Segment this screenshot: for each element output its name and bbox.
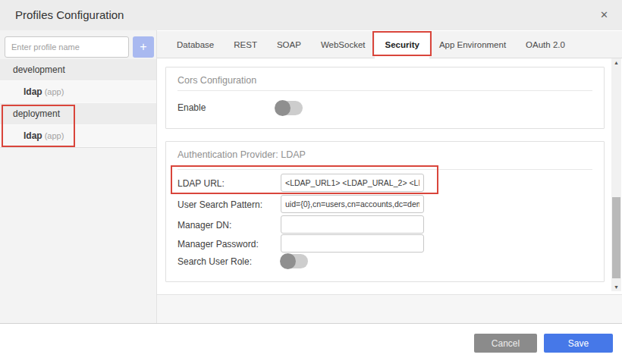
auth-card-title: Authentication Provider: LDAP: [177, 149, 306, 160]
app-type-suffix: (app): [45, 87, 64, 96]
tab-label: App Environment: [439, 40, 506, 49]
scroll-down-icon[interactable]: ▼: [611, 284, 621, 290]
app-type-suffix: (app): [45, 131, 64, 140]
content-bottom-strip: [157, 294, 622, 323]
auth-provider-ldap-card: Authentication Provider: LDAP LDAP URL: …: [165, 141, 605, 282]
toggle-knob: [280, 253, 296, 269]
dialog-footer: Cancel Save: [0, 324, 622, 364]
tab-database[interactable]: Database: [167, 31, 224, 58]
manager-password-label: Manager Password:: [177, 239, 259, 249]
tab-label: REST: [234, 40, 257, 49]
close-icon[interactable]: ✕: [600, 0, 608, 30]
search-user-role-label: Search User Role:: [177, 256, 252, 267]
save-button[interactable]: Save: [544, 334, 613, 353]
profile-label: deployment: [13, 108, 60, 119]
divider: [177, 90, 592, 91]
tab-label: SOAP: [277, 40, 301, 49]
app-label: ldap: [24, 130, 42, 141]
sidebar-item-deployment[interactable]: deployment: [0, 103, 156, 125]
profile-create-row: +: [0, 36, 157, 58]
scroll-up-icon[interactable]: ▲: [611, 60, 621, 65]
profiles-sidebar: + development ldap(app) deployment ldap(…: [0, 30, 157, 323]
dialog-header: Profiles Configuration ✕: [0, 0, 622, 30]
cors-enable-toggle[interactable]: [275, 101, 303, 115]
user-search-pattern-label: User Search Pattern:: [177, 199, 262, 210]
sidebar-item-development[interactable]: development: [0, 59, 156, 81]
sidebar-item-ldap-deployment[interactable]: ldap(app): [0, 125, 156, 147]
app-label: ldap: [24, 86, 42, 97]
tab-websocket[interactable]: WebSocket: [311, 31, 375, 58]
add-profile-button[interactable]: +: [133, 36, 154, 58]
sidebar-item-ldap-development[interactable]: ldap(app): [0, 81, 156, 103]
settings-tabbar: Database REST SOAP WebSocket Security Ap…: [157, 31, 622, 58]
user-search-pattern-input[interactable]: [281, 195, 424, 213]
tab-soap[interactable]: SOAP: [267, 31, 311, 58]
tab-security[interactable]: Security: [375, 31, 429, 58]
ldap-url-input[interactable]: [281, 174, 424, 192]
scrollbar-thumb[interactable]: [612, 197, 620, 278]
tab-label: OAuth 2.0: [526, 40, 565, 49]
dialog-title: Profiles Configuration: [15, 0, 124, 30]
tab-label: Security: [385, 40, 419, 49]
cors-card-title: Cors Configuration: [177, 75, 256, 86]
cancel-button[interactable]: Cancel: [474, 334, 537, 353]
ldap-url-label: LDAP URL:: [177, 178, 225, 189]
tab-label: Database: [177, 40, 214, 49]
manager-dn-input[interactable]: [281, 215, 424, 234]
security-tab-content: Cors Configuration Enable Authentication…: [157, 58, 622, 294]
tab-rest[interactable]: REST: [224, 31, 267, 58]
manager-password-input[interactable]: [281, 234, 424, 253]
divider: [177, 169, 592, 170]
toggle-knob: [275, 100, 291, 116]
tab-label: WebSocket: [321, 40, 366, 49]
tab-oauth[interactable]: OAuth 2.0: [516, 31, 575, 58]
profile-list: development ldap(app) deployment ldap(ap…: [0, 59, 156, 148]
search-user-role-toggle[interactable]: [281, 254, 308, 268]
tab-app-environment[interactable]: App Environment: [429, 31, 516, 58]
manager-dn-label: Manager DN:: [177, 220, 231, 231]
profile-label: development: [13, 64, 65, 75]
profile-name-input[interactable]: [5, 36, 129, 58]
cors-configuration-card: Cors Configuration Enable: [165, 67, 605, 129]
profiles-configuration-dialog: Profiles Configuration ✕ + development l…: [0, 0, 622, 364]
content-scrollbar[interactable]: ▲ ▼: [611, 58, 621, 291]
cors-enable-label: Enable: [177, 102, 206, 113]
